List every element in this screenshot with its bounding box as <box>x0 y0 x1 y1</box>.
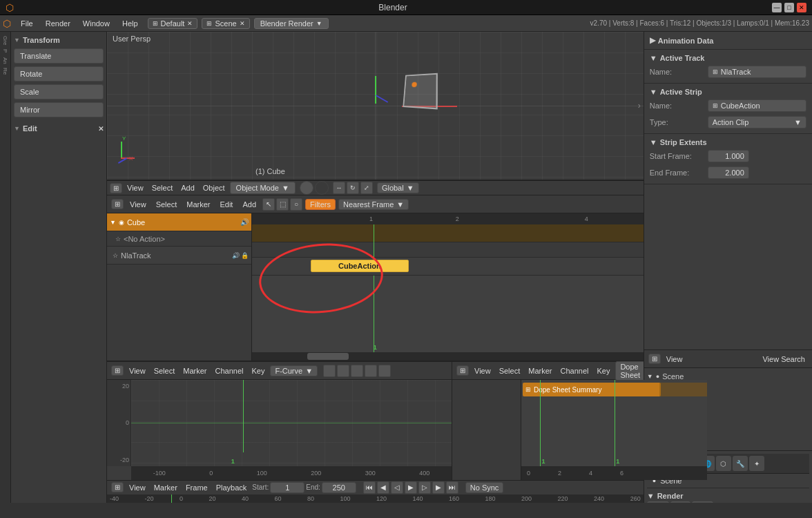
timeline-view-menu[interactable]: View <box>126 482 148 493</box>
nla-view-menu[interactable]: View <box>126 199 150 210</box>
render-tab-ren[interactable]: Ren <box>647 501 669 503</box>
workspace-selector[interactable]: ⊞ Default ✕ <box>148 18 198 29</box>
nla-brush-icon[interactable]: ○ <box>290 198 302 211</box>
curve-channel-menu[interactable]: Channel <box>212 365 246 376</box>
track-name-input[interactable]: ⊞ NlaTrack <box>708 66 806 78</box>
close-button[interactable]: ✕ <box>797 3 806 12</box>
render-section-header[interactable]: ▼ Render <box>647 490 809 501</box>
step-back-btn[interactable]: ◁ <box>391 481 403 494</box>
file-menu[interactable]: File <box>15 18 39 29</box>
curve-marker-menu[interactable]: Marker <box>180 365 209 376</box>
props-object-icon[interactable]: ⬡ <box>716 456 731 471</box>
rotate-manipulator-btn[interactable]: ↻ <box>347 182 359 194</box>
jump-start-btn[interactable]: ⏮ <box>363 481 376 494</box>
end-frame-value[interactable]: 2.000 <box>708 166 749 179</box>
view-search-btn[interactable]: View Search <box>760 354 808 365</box>
nla-hscroll[interactable] <box>252 352 644 361</box>
strip-type-dropdown[interactable]: Action Clip ▼ <box>708 116 806 128</box>
manipulator-btn[interactable]: ↔ <box>333 182 345 194</box>
curve-key-menu[interactable]: Key <box>249 365 267 376</box>
dope-select-menu[interactable]: Select <box>496 365 523 376</box>
curve-mode-btn[interactable]: F-Curve ▼ <box>270 365 318 376</box>
nla-select-mode-icon[interactable]: ↖ <box>262 198 275 211</box>
editor-type-icon[interactable]: ⊞ <box>110 183 122 193</box>
window-menu[interactable]: Window <box>77 18 115 29</box>
render-menu[interactable]: Render <box>40 18 76 29</box>
active-track-header[interactable]: ▼ Active Track <box>650 52 806 64</box>
help-menu[interactable]: Help <box>117 18 144 29</box>
minimize-button[interactable]: — <box>772 3 782 12</box>
end-frame-input[interactable]: 250 <box>322 482 356 493</box>
view3d-object-menu[interactable]: Object <box>200 182 229 193</box>
view3d-view-menu[interactable]: View <box>124 182 147 193</box>
curve-view-menu[interactable]: View <box>126 365 148 376</box>
view3d-add-menu[interactable]: Add <box>177 182 198 193</box>
maximize-button[interactable]: □ <box>784 3 794 12</box>
dope-view-menu[interactable]: View <box>472 365 494 376</box>
solid-mode-btn[interactable] <box>300 181 313 195</box>
scroll-right-icon[interactable]: › <box>638 101 641 111</box>
curve-select-icon[interactable] <box>323 365 336 377</box>
timeline-playback-menu[interactable]: Playback <box>213 482 250 493</box>
object-mode-btn[interactable]: Object Mode ▼ <box>230 182 296 194</box>
dope-marker-menu[interactable]: Marker <box>525 365 554 376</box>
outliner-type-icon[interactable]: ⊞ <box>648 354 661 364</box>
jump-end-btn[interactable]: ⏭ <box>446 481 458 494</box>
step-forward-btn[interactable]: ▷ <box>418 481 431 494</box>
props-modifier-icon[interactable]: 🔧 <box>733 456 748 471</box>
play-btn[interactable]: ▶ <box>405 481 417 494</box>
timeline-type-icon[interactable]: ⊞ <box>111 482 124 492</box>
nla-editor-type-icon[interactable]: ⊞ <box>111 199 124 209</box>
curve-select-menu[interactable]: Select <box>151 365 178 376</box>
timeline-frame-menu[interactable]: Frame <box>183 482 211 493</box>
curve-brush-icon[interactable] <box>351 365 363 377</box>
nla-select-menu[interactable]: Select <box>153 199 181 210</box>
nla-mute-icon[interactable]: 🔊 <box>240 218 249 226</box>
outliner-view-menu[interactable]: View <box>664 354 686 365</box>
nla-filters-btn[interactable]: Filters <box>305 199 336 210</box>
transform-orientation-btn[interactable]: Global ▼ <box>377 182 419 193</box>
curve-editor-type-icon[interactable]: ⊞ <box>111 365 124 376</box>
scene-selector[interactable]: ⊞ Scene ✕ <box>202 18 249 29</box>
nla-track-mute-icon[interactable]: 🔊 <box>232 252 240 259</box>
dope-timeline[interactable]: ⊞ Dope Sheet Summary 1 1 <box>521 380 707 480</box>
edit-collapse-icon[interactable]: ✕ <box>98 125 104 133</box>
nla-cube-action-strip[interactable]: CubeAction <box>311 260 409 272</box>
props-particles-icon[interactable]: ✦ <box>749 456 764 471</box>
nla-edit-menu[interactable]: Edit <box>216 199 236 210</box>
wire-mode-btn[interactable] <box>315 181 329 195</box>
mirror-button[interactable]: Mirror <box>14 102 104 117</box>
nla-snap-btn[interactable]: Nearest Frame ▼ <box>338 199 409 210</box>
start-frame-input[interactable]: 1 <box>270 482 304 493</box>
scale-manipulator-btn[interactable]: ⤢ <box>360 182 373 194</box>
animation-data-header[interactable]: ▶ Animation Data <box>650 35 806 46</box>
timeline-marker-menu[interactable]: Marker <box>151 482 180 493</box>
next-frame-btn[interactable]: ▶ <box>432 481 445 494</box>
view3d-select-menu[interactable]: Select <box>148 182 177 193</box>
ruler-mark-1: 1 <box>369 215 373 222</box>
nla-box-select-icon[interactable]: ⬚ <box>276 198 289 211</box>
rotate-button[interactable]: Rotate <box>14 66 104 81</box>
engine-selector[interactable]: Blender Render ▼ <box>254 18 329 29</box>
render-tab-aud[interactable]: Aud <box>692 501 714 503</box>
active-strip-header[interactable]: ▼ Active Strip <box>650 86 806 97</box>
strip-name-input[interactable]: ⊞ CubeAction <box>708 99 806 112</box>
nla-add-menu[interactable]: Add <box>239 199 260 210</box>
scale-button[interactable]: Scale <box>14 84 104 99</box>
dope-key-menu[interactable]: Key <box>594 365 612 376</box>
strip-extents-header[interactable]: ▼ Strip Extents <box>650 137 806 148</box>
dope-channel-menu[interactable]: Channel <box>557 365 591 376</box>
nla-timeline[interactable]: 1 2 4 CubeAction <box>252 213 644 361</box>
curve-fit-icon[interactable] <box>378 365 391 377</box>
nla-marker-menu[interactable]: Marker <box>183 199 213 210</box>
start-frame-value[interactable]: 1.000 <box>708 150 749 162</box>
render-tab-ani[interactable]: Ani <box>670 501 690 503</box>
ruler-mark-2: 2 <box>456 215 459 222</box>
curve-box-icon[interactable] <box>337 365 349 377</box>
dope-editor-type-icon[interactable]: ⊞ <box>456 365 469 376</box>
sync-mode-btn[interactable]: No Sync <box>465 482 504 493</box>
curve-zoom-icon[interactable] <box>365 365 377 377</box>
translate-button[interactable]: Translate <box>14 48 104 64</box>
nla-track-lock-icon[interactable]: 🔒 <box>241 252 249 259</box>
prev-frame-btn[interactable]: ◀ <box>377 481 389 494</box>
